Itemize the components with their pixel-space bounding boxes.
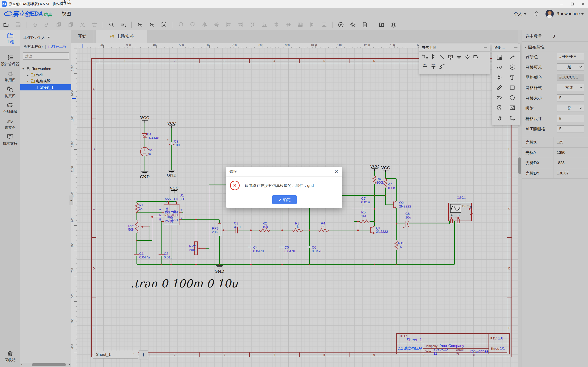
username-menu[interactable]: Ronwanhee [556,11,584,16]
ellipse-tool-icon[interactable] [508,93,517,102]
axes-tool-icon[interactable] [508,114,517,122]
text-tool-icon[interactable] [508,73,517,82]
gnd-signal-tool-icon[interactable] [463,53,472,61]
image-tool-icon[interactable] [508,103,517,112]
sidebar-item-project[interactable]: 工程 [0,30,20,46]
v5-tool-icon[interactable]: +5V [429,62,438,70]
caret-expanded-icon[interactable]: ▾ [26,80,29,83]
wire-tool-icon[interactable] [421,53,429,61]
scroll-right-icon[interactable]: ▸ [69,363,70,366]
grid-table-icon[interactable] [297,21,303,28]
zoom-out-icon[interactable] [148,21,155,28]
avatar[interactable] [545,10,554,18]
pie-tool-icon[interactable] [495,103,504,112]
sidebar-item-jlc[interactable]: J@LC嘉立创 [0,116,20,131]
layers-icon[interactable] [390,21,397,28]
settings-gear-icon[interactable] [349,21,356,28]
chevron-up-icon[interactable]: ⌃ [132,353,135,357]
canvas-properties-section[interactable]: 画布属性 [522,43,588,51]
tab-project-active[interactable]: 电路实验 [95,30,148,43]
export-folder-icon[interactable] [378,21,385,28]
delete-icon[interactable] [91,21,98,28]
tab-start[interactable]: 开始 [71,30,93,43]
property-select[interactable]: 实线 [557,84,584,91]
align-top-icon[interactable] [249,21,256,28]
copy-icon[interactable] [67,21,74,28]
add-sheet-button[interactable]: + [139,350,148,359]
sidebar-item-design-manager[interactable]: 设计管理器 [0,52,20,68]
property-input[interactable]: 5 [557,94,584,101]
bezier-tool-icon[interactable] [495,63,504,72]
ground-tool-icon[interactable] [455,53,463,61]
distribute-vertical-icon[interactable] [320,21,328,28]
project-panel-scrollbar[interactable]: ◂ ▸ [20,363,71,367]
sidebar-item-lcsc-mall[interactable]: LCSC立创商城 [0,100,20,116]
align-bottom-icon[interactable] [261,21,268,28]
sidebar-item-simulation-library[interactable]: 仿真库 [0,84,20,100]
minimize-icon[interactable] [484,48,487,48]
rect-tool-icon[interactable] [508,83,517,92]
cut-icon[interactable] [79,21,86,28]
close-icon[interactable] [577,0,588,8]
menu-item-4[interactable]: 视图 [57,8,76,19]
minimize-icon[interactable] [514,48,518,48]
sheet-frame-tool-icon[interactable] [495,53,504,61]
flip-vertical-icon[interactable] [213,21,220,28]
tree-sheet-row[interactable]: Sheet_1 [20,84,71,91]
tree-folder-row[interactable]: ▸ 作业 [20,72,71,78]
tree-folder-row[interactable]: ▾ 电路实验 [20,78,71,84]
arc-tool-icon[interactable] [508,63,517,72]
net-port-tool-icon[interactable] [472,53,480,61]
minimize-icon[interactable] [556,0,567,8]
property-input[interactable]: #CCCCCC [557,74,584,81]
confirm-button[interactable]: 确定 [272,195,297,204]
bus-tool-icon[interactable] [429,53,438,61]
save-icon[interactable] [15,21,21,28]
workspace-switch[interactable]: 个人 [514,11,527,17]
canvas-pager-left[interactable]: ◂ [69,195,73,205]
sidebar-item-common-library[interactable]: 常用库 [0,68,20,84]
flip-horizontal-icon[interactable] [201,21,208,28]
find-in-list-icon[interactable] [120,21,127,28]
line-tool-icon[interactable] [438,53,446,61]
menu-item-3[interactable]: 格式 [57,0,76,8]
scroll-left-icon[interactable]: ◂ [21,363,22,366]
align-middle-vertical-icon[interactable] [285,21,292,28]
polygon-tool-icon[interactable] [495,93,504,102]
netlist-document-icon[interactable] [361,21,368,28]
pencil-tool-icon[interactable] [495,83,504,92]
caret-collapsed-icon[interactable]: ▸ [26,74,29,77]
property-input[interactable]: 5 [557,115,584,122]
zoom-in-icon[interactable] [137,21,143,28]
property-select[interactable]: 是 [557,63,584,70]
align-center-horizontal-icon[interactable] [273,21,280,28]
drag-hand-tool-icon[interactable] [495,114,504,122]
align-left-icon[interactable] [225,21,232,28]
property-input[interactable]: #FFFFFF [557,53,584,60]
distribute-horizontal-icon[interactable] [309,21,315,28]
property-select[interactable]: 是 [557,105,584,112]
arrow-tool-icon[interactable] [495,73,504,82]
rotate-left-icon[interactable] [177,21,184,28]
property-input[interactable]: 5 [557,125,584,133]
close-icon[interactable]: ✕ [334,169,339,175]
rotate-right-icon[interactable] [189,21,196,28]
vcc-tool-icon[interactable]: VCC [421,62,429,70]
tree-user-row[interactable]: ▾ Ronwanhee [20,66,71,72]
maximize-icon[interactable] [567,0,577,8]
search-icon[interactable] [108,21,115,28]
sidebar-item-support[interactable]: ?技术支持 [0,131,20,147]
scrollbar-thumb[interactable] [32,363,66,366]
probe-tool-icon[interactable] [438,62,446,70]
opened-projects-tab[interactable]: 已打开工程 [48,44,67,49]
align-right-icon[interactable] [237,21,244,28]
scrollbar-thumb[interactable] [518,158,521,174]
workspace-selector[interactable]: 工作区: 个人 [20,30,71,40]
notification-bell-icon[interactable] [527,11,545,17]
sheet-tab[interactable]: Sheet_1⌃ [93,351,138,359]
run-simulation-icon[interactable] [337,21,344,28]
open-project-icon[interactable] [2,21,9,28]
filter-input[interactable] [23,52,69,60]
sidebar-item-recycle-bin[interactable]: 回收站 [0,348,20,364]
undo-icon[interactable] [31,21,38,28]
